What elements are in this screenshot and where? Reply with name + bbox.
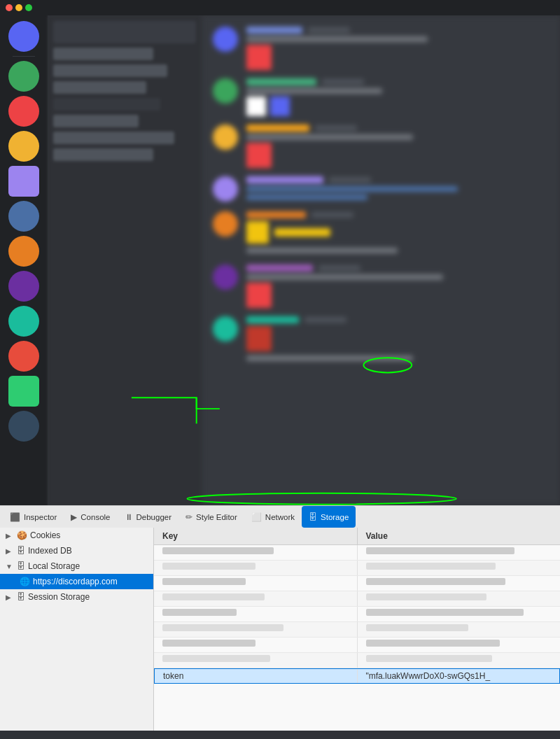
dot-minimize[interactable] xyxy=(15,4,22,11)
server-icon-4[interactable] xyxy=(8,131,39,162)
key-cell xyxy=(154,576,358,591)
value-cell xyxy=(358,545,561,560)
discordapp-label: https://discordapp.com xyxy=(33,577,118,586)
tab-style-editor[interactable]: ✏ Style Editor xyxy=(178,506,244,528)
storage-table-body: token "mfa.luakWwwrDoX0-swGQs1H_ xyxy=(154,545,560,731)
message-row xyxy=(213,265,549,308)
message-row xyxy=(213,176,549,203)
cookies-arrow: ▶ xyxy=(6,532,14,540)
avatar-3 xyxy=(213,125,238,150)
message-row xyxy=(213,316,549,364)
local-storage-icon: 🗄 xyxy=(17,561,25,571)
console-tab-label: Console xyxy=(80,513,110,521)
key-cell xyxy=(154,607,358,621)
server-icon-2[interactable] xyxy=(8,61,39,92)
token-value-cell: "mfa.luakWwwrDoX0-swGQs1H_ xyxy=(358,669,560,683)
value-cell xyxy=(358,591,561,606)
value-cell xyxy=(358,638,561,652)
server-icon-7[interactable] xyxy=(8,236,39,267)
avatar-5 xyxy=(213,211,238,237)
indexeddb-label: Indexed DB xyxy=(28,546,72,556)
tree-item-local-storage[interactable]: ▼ 🗄 Local Storage xyxy=(0,558,153,574)
server-sidebar xyxy=(0,15,48,505)
indexeddb-icon: 🗄 xyxy=(17,546,25,556)
avatar-2 xyxy=(213,78,238,104)
tree-item-session-storage[interactable]: ▶ 🗄 Session Storage xyxy=(0,589,153,605)
server-icon-10[interactable] xyxy=(8,341,39,372)
server-icon-6[interactable] xyxy=(8,201,39,232)
server-icon-8[interactable] xyxy=(8,271,39,302)
storage-icon: 🗄 xyxy=(309,512,317,522)
style-editor-icon: ✏ xyxy=(186,512,192,522)
app-container: ⬛ Inspector ▶ Console ⏸ Debugger ✏ Style… xyxy=(0,0,560,739)
value-cell xyxy=(358,561,561,575)
storage-table-header: Key Value xyxy=(154,528,560,545)
value-cell xyxy=(358,576,561,591)
network-icon: ⬜ xyxy=(251,512,262,522)
message-row xyxy=(213,78,549,116)
key-cell xyxy=(154,545,358,560)
table-row[interactable] xyxy=(154,607,560,622)
server-icon-9[interactable] xyxy=(8,306,39,337)
table-row[interactable] xyxy=(154,591,560,607)
storage-content: Key Value xyxy=(154,528,560,731)
cookies-label: Cookies xyxy=(30,530,60,540)
key-cell xyxy=(154,638,358,652)
session-storage-icon: 🗄 xyxy=(17,592,25,602)
key-column-header: Key xyxy=(154,528,358,544)
table-row[interactable] xyxy=(154,545,560,561)
local-storage-arrow: ▼ xyxy=(6,563,14,570)
token-key-cell: token xyxy=(155,669,358,683)
tab-inspector[interactable]: ⬛ Inspector xyxy=(3,506,64,528)
tree-item-cookies[interactable]: ▶ 🍪 Cookies xyxy=(0,528,153,543)
avatar-7 xyxy=(213,316,238,342)
table-row[interactable] xyxy=(154,638,560,653)
channels-sidebar xyxy=(48,15,202,505)
debugger-tab-label: Debugger xyxy=(136,513,172,521)
message-row xyxy=(213,27,549,70)
local-storage-label: Local Storage xyxy=(28,561,80,571)
key-cell xyxy=(154,653,358,668)
table-row[interactable] xyxy=(154,561,560,576)
title-bar xyxy=(0,0,560,15)
tab-console[interactable]: ▶ Console xyxy=(64,506,117,528)
chat-area xyxy=(202,15,560,505)
message-row xyxy=(213,211,549,256)
value-cell xyxy=(358,622,561,637)
avatar-1 xyxy=(213,27,238,52)
discordapp-icon: 🌐 xyxy=(20,577,30,586)
message-row xyxy=(213,125,549,168)
title-bar-dots xyxy=(6,4,32,11)
avatar-6 xyxy=(213,265,238,290)
tab-network[interactable]: ⬜ Network xyxy=(244,506,302,528)
key-cell xyxy=(154,561,358,575)
server-icon-1[interactable] xyxy=(8,21,39,52)
tree-item-discordapp[interactable]: 🌐 https://discordapp.com xyxy=(0,574,153,589)
avatar-4 xyxy=(213,176,238,202)
server-icon-5[interactable] xyxy=(8,166,39,197)
tab-debugger[interactable]: ⏸ Debugger xyxy=(118,506,179,528)
table-row[interactable] xyxy=(154,653,560,668)
tab-storage[interactable]: 🗄 Storage xyxy=(302,506,356,528)
devtools-main: ▶ 🍪 Cookies ▶ 🗄 Indexed DB ▼ 🗄 Local Sto… xyxy=(0,528,560,731)
key-cell xyxy=(154,622,358,637)
devtools-panel: ⬛ Inspector ▶ Console ⏸ Debugger ✏ Style… xyxy=(0,505,560,731)
table-row[interactable] xyxy=(154,576,560,591)
devtools-toolbar: ⬛ Inspector ▶ Console ⏸ Debugger ✏ Style… xyxy=(0,505,560,528)
server-icon-12[interactable] xyxy=(8,411,39,442)
storage-sidebar: ▶ 🍪 Cookies ▶ 🗄 Indexed DB ▼ 🗄 Local Sto… xyxy=(0,528,154,731)
server-icon-3[interactable] xyxy=(8,96,39,127)
cookies-icon: 🍪 xyxy=(17,530,27,540)
debugger-icon: ⏸ xyxy=(125,512,133,522)
network-tab-label: Network xyxy=(265,513,295,521)
style-editor-tab-label: Style Editor xyxy=(196,513,237,521)
indexeddb-arrow: ▶ xyxy=(6,547,14,555)
key-cell xyxy=(154,591,358,606)
table-row[interactable] xyxy=(154,622,560,638)
dot-close[interactable] xyxy=(6,4,13,11)
value-cell xyxy=(358,607,561,621)
server-icon-11[interactable] xyxy=(8,376,39,407)
dot-maximize[interactable] xyxy=(25,4,32,11)
tree-item-indexeddb[interactable]: ▶ 🗄 Indexed DB xyxy=(0,543,153,558)
token-table-row[interactable]: token "mfa.luakWwwrDoX0-swGQs1H_ xyxy=(154,668,560,684)
